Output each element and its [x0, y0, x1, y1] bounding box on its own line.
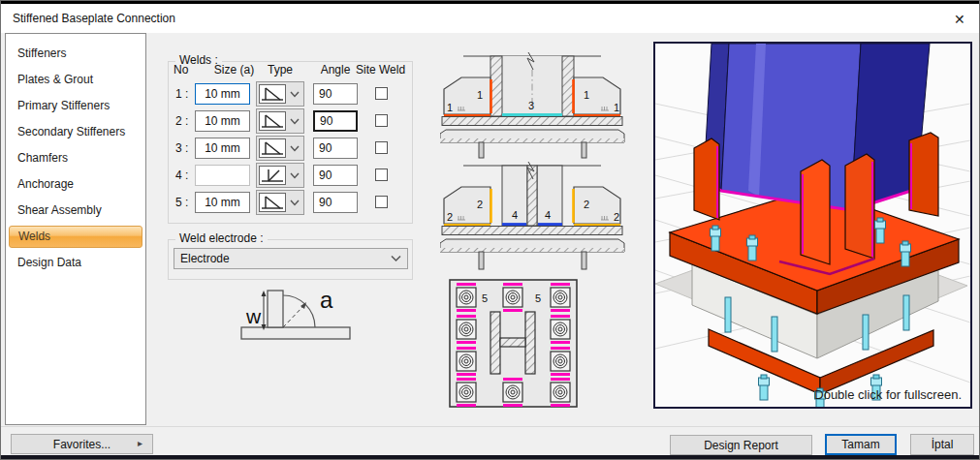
w-label: w: [245, 305, 262, 327]
site-weld-checkbox-2[interactable]: [375, 114, 388, 127]
row-label: 3 :: [175, 141, 188, 155]
stiffened-baseplate-dialog: Stiffened Baseplate Connection ✕ Stiffen…: [0, 0, 980, 460]
weld5-label: 5: [535, 292, 541, 304]
fillet-weld-icon: [259, 84, 286, 104]
weld1-label: 1: [477, 89, 483, 101]
chevron-down-icon: [391, 255, 401, 262]
weld-angle-input-1[interactable]: [313, 83, 358, 105]
fillet-weld-icon: [259, 138, 286, 158]
weld3-label: 3: [528, 100, 534, 111]
row-label: 2 :: [175, 114, 188, 128]
weld-type-select-2[interactable]: [256, 108, 304, 134]
ok-button[interactable]: Tamam: [825, 434, 897, 455]
weld-type-select-1[interactable]: [256, 81, 304, 107]
site-weld-checkbox-3[interactable]: [375, 141, 388, 154]
weld-electrode-group-title: Weld electrode :: [175, 231, 268, 245]
sidebar-item-chamfers[interactable]: Chamfers: [6, 145, 145, 171]
site-weld-checkbox-4[interactable]: [375, 169, 388, 181]
weld1-label: 1: [584, 89, 589, 101]
weld-angle-input-2[interactable]: [313, 110, 358, 132]
column-header-site-weld: Site Weld: [356, 63, 405, 77]
weld2-label: 2: [584, 199, 589, 210]
bevel-weld-icon: [259, 166, 286, 185]
weld2-label: 2: [447, 211, 453, 223]
footer-separator: [1, 426, 979, 427]
row-label: 5 :: [175, 196, 188, 209]
chevron-down-icon: [290, 141, 300, 155]
sidebar-item-primary-stiffeners[interactable]: Primary Stiffeners: [6, 93, 145, 119]
weld-angle-input-4[interactable]: [313, 165, 358, 186]
preview-caption: Double click for fullscreen.: [814, 387, 962, 402]
weld4-label: 4: [545, 209, 551, 221]
a-label: a: [320, 287, 333, 313]
column-header-type: Type: [256, 63, 304, 77]
column-header-no: No: [174, 63, 188, 77]
weld-angle-input-3[interactable]: [313, 138, 358, 159]
title-bar: Stiffened Baseplate Connection ✕: [1, 4, 979, 33]
chevron-down-icon: [290, 196, 300, 209]
weld2-label: 2: [477, 199, 483, 210]
section-diagram-top: 1 1 1 1 3: [440, 52, 629, 162]
weld1-label: 1: [447, 102, 453, 113]
favorites-button[interactable]: Favorites... ▸: [11, 434, 153, 454]
weld-size-input-2[interactable]: [195, 110, 250, 132]
taskbar-edge: [1, 455, 979, 459]
chevron-down-icon: [290, 169, 300, 182]
weld-type-select-3[interactable]: [256, 136, 304, 161]
weld-size-input-1[interactable]: [195, 83, 250, 105]
section-diagram-bottom: 2 2 2 2 4 4: [440, 162, 629, 278]
chevron-down-icon: [290, 87, 300, 101]
site-weld-checkbox-5[interactable]: [375, 196, 388, 208]
weld-type-select-4[interactable]: [256, 163, 304, 188]
weld-size-input-5[interactable]: [195, 192, 250, 213]
weld1-label: 1: [614, 102, 619, 113]
fillet-weld-icon: [259, 111, 286, 131]
weld-size-symbol-diagram: w a: [227, 285, 372, 347]
chevron-down-icon: [290, 114, 300, 128]
plan-diagram: 5 5: [447, 277, 583, 413]
flyout-arrow-icon: ▸: [138, 438, 142, 448]
sidebar-item-stiffeners[interactable]: Stiffeners: [6, 41, 145, 67]
site-weld-checkbox-1[interactable]: [375, 87, 388, 100]
row-label: 1 :: [175, 87, 188, 101]
weld5-label: 5: [482, 292, 488, 304]
weld-size-input-3[interactable]: [195, 138, 250, 159]
weld-type-select-5[interactable]: [256, 190, 304, 215]
weld2-label: 2: [614, 211, 619, 223]
row-label: 4 :: [175, 169, 188, 182]
weld4-label: 4: [512, 209, 518, 221]
column-header-size: Size (a): [206, 63, 262, 77]
electrode-selected-value: Electrode: [180, 252, 230, 265]
fillet-weld-icon: [259, 193, 286, 212]
sidebar-item-secondary-stiffeners[interactable]: Secondary Stiffeners: [6, 119, 145, 145]
window-title: Stiffened Baseplate Connection: [13, 12, 175, 25]
category-sidebar: Stiffeners Plates & Grout Primary Stiffe…: [5, 33, 146, 425]
cancel-button[interactable]: İptal: [910, 434, 974, 455]
favorites-label: Favorites...: [53, 438, 111, 451]
sidebar-item-welds[interactable]: Welds: [9, 226, 142, 248]
model-3d-render: [655, 44, 970, 407]
model-preview-3d[interactable]: Double click for fullscreen.: [653, 42, 972, 409]
weld-angle-input-5[interactable]: [313, 192, 358, 213]
weld-size-input-4[interactable]: [195, 165, 250, 186]
close-icon[interactable]: ✕: [948, 10, 969, 29]
sidebar-item-anchorage[interactable]: Anchorage: [6, 171, 145, 198]
sidebar-item-plates-grout[interactable]: Plates & Grout: [6, 67, 145, 93]
design-report-button[interactable]: Design Report: [670, 435, 812, 455]
sidebar-item-shear-assembly[interactable]: Shear Assembly: [6, 198, 145, 224]
sidebar-item-design-data[interactable]: Design Data: [6, 250, 145, 276]
electrode-select[interactable]: Electrode: [174, 248, 408, 269]
column-header-angle: Angle: [313, 63, 358, 77]
